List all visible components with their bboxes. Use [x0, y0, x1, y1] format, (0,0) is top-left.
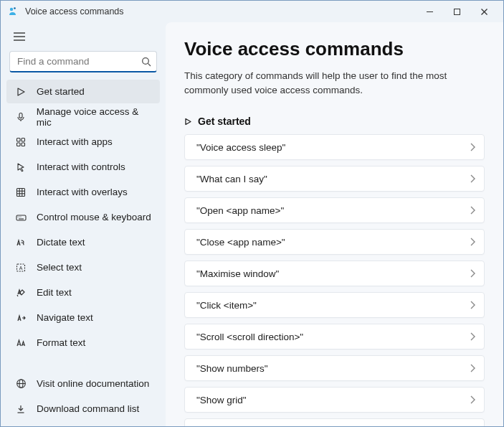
- command-text: "Voice access sleep": [196, 142, 285, 153]
- chevron-right-icon: [470, 332, 475, 341]
- sidebar-item-label: Edit text: [37, 287, 72, 298]
- sidebar: Get started Manage voice access & mic In…: [1, 22, 164, 426]
- sidebar-item-label: Select text: [37, 262, 82, 273]
- svg-rect-12: [19, 113, 22, 118]
- edit-icon: [14, 286, 28, 300]
- svg-rect-14: [17, 138, 21, 141]
- sidebar-item-label: Manage voice access & mic: [37, 106, 154, 128]
- minimize-button[interactable]: [416, 1, 443, 22]
- cursor-icon: [14, 160, 28, 174]
- svg-marker-11: [18, 88, 24, 95]
- command-text: "What can I say": [196, 174, 267, 184]
- keyboard-icon: [14, 210, 28, 225]
- sidebar-item-label: Format text: [37, 337, 85, 348]
- sidebar-item-interact-apps[interactable]: Interact with apps: [6, 130, 160, 154]
- svg-point-1: [14, 7, 16, 9]
- sidebar-item-label: Interact with controls: [37, 161, 125, 172]
- sidebar-item-dictate-text[interactable]: Dictate text: [6, 230, 160, 254]
- sidebar-item-select-text[interactable]: A Select text: [6, 255, 160, 279]
- sidebar-item-interact-controls[interactable]: Interact with controls: [6, 155, 160, 179]
- command-item[interactable]: "Close <app name>": [184, 229, 485, 255]
- sidebar-item-label: Control mouse & keyboard: [37, 212, 151, 222]
- svg-rect-16: [17, 143, 21, 146]
- chevron-right-icon: [470, 174, 475, 183]
- hamburger-button[interactable]: [8, 27, 31, 47]
- command-text: "Scroll <scroll direction>": [196, 332, 303, 342]
- command-item[interactable]: "Voice access sleep": [184, 134, 485, 160]
- sidebar-item-label: Interact with apps: [37, 136, 113, 147]
- navigate-icon: [14, 311, 28, 325]
- mic-icon: [14, 110, 28, 124]
- search-input[interactable]: [9, 51, 157, 72]
- expand-icon: [184, 118, 192, 126]
- command-item[interactable]: "Maximise window": [184, 261, 485, 286]
- search-icon: [141, 57, 151, 67]
- page-title: Voice access commands: [184, 38, 485, 60]
- command-text: "Click <item>": [196, 300, 257, 311]
- select-icon: A: [14, 261, 28, 275]
- command-text: "Maximise window": [196, 268, 279, 279]
- sidebar-item-manage-voice[interactable]: Manage voice access & mic: [6, 105, 160, 128]
- svg-point-0: [10, 8, 13, 11]
- sidebar-item-download[interactable]: Download command list: [6, 397, 160, 421]
- svg-rect-18: [17, 188, 25, 196]
- nav-list: Get started Manage voice access & mic In…: [4, 80, 163, 355]
- grid-icon: [14, 185, 28, 200]
- command-item[interactable]: "Scroll <scroll direction>": [184, 324, 485, 349]
- svg-rect-3: [454, 9, 460, 14]
- command-text: "Open <app name>": [196, 205, 284, 216]
- globe-icon: [14, 377, 28, 391]
- sidebar-item-label: Visit online documentation: [37, 378, 149, 389]
- chevron-right-icon: [470, 238, 475, 246]
- svg-rect-15: [22, 138, 25, 141]
- svg-rect-23: [16, 215, 26, 220]
- sidebar-item-interact-overlays[interactable]: Interact with overlays: [6, 180, 160, 204]
- sidebar-item-format-text[interactable]: Format text: [6, 331, 160, 355]
- sidebar-item-edit-text[interactable]: Edit text: [6, 281, 160, 304]
- chevron-right-icon: [470, 206, 475, 215]
- svg-point-9: [143, 58, 149, 65]
- content-area: Voice access commands This category of c…: [166, 22, 503, 426]
- format-icon: [14, 336, 28, 350]
- svg-rect-17: [22, 143, 25, 146]
- play-icon: [14, 85, 28, 99]
- sidebar-item-mouse-keyboard[interactable]: Control mouse & keyboard: [6, 205, 160, 229]
- command-item[interactable]: "What can I say": [184, 166, 485, 192]
- command-item[interactable]: "Show numbers": [184, 355, 485, 381]
- sidebar-item-navigate-text[interactable]: Navigate text: [6, 306, 160, 329]
- command-text: "Show grid": [196, 395, 247, 405]
- sidebar-item-documentation[interactable]: Visit online documentation: [6, 372, 160, 395]
- command-text: "Show numbers": [196, 363, 268, 374]
- sidebar-item-label: Dictate text: [37, 237, 85, 248]
- app-icon: [8, 6, 19, 17]
- app-title: Voice access commands: [25, 6, 124, 17]
- sidebar-item-label: Download command list: [37, 403, 139, 414]
- svg-line-10: [148, 63, 151, 66]
- titlebar: Voice access commands: [1, 1, 503, 22]
- chevron-right-icon: [470, 301, 475, 309]
- sidebar-item-label: Navigate text: [37, 312, 93, 323]
- command-item[interactable]: "Click <item>": [184, 292, 485, 318]
- command-item[interactable]: "Cancel": [184, 418, 485, 426]
- dictate-icon: [14, 235, 28, 250]
- maximize-button[interactable]: [443, 1, 470, 22]
- command-list: "Voice access sleep" "What can I say" "O…: [184, 134, 485, 426]
- svg-marker-35: [186, 118, 191, 124]
- download-icon: [14, 402, 28, 416]
- apps-icon: [14, 135, 28, 149]
- sidebar-item-label: Get started: [37, 86, 85, 97]
- sidebar-item-get-started[interactable]: Get started: [6, 80, 160, 103]
- sidebar-item-label: Interact with overlays: [37, 187, 128, 197]
- command-text: "Close <app name>": [196, 237, 285, 248]
- section-header[interactable]: Get started: [184, 116, 485, 127]
- chevron-right-icon: [470, 269, 475, 278]
- svg-text:A: A: [19, 266, 23, 271]
- command-item[interactable]: "Show grid": [184, 387, 485, 413]
- close-button[interactable]: [470, 1, 498, 22]
- command-item[interactable]: "Open <app name>": [184, 197, 485, 223]
- search-wrap: [9, 51, 157, 72]
- chevron-right-icon: [470, 395, 475, 404]
- chevron-right-icon: [470, 143, 475, 151]
- chevron-right-icon: [470, 364, 475, 372]
- page-description: This category of commands will help the …: [184, 69, 485, 97]
